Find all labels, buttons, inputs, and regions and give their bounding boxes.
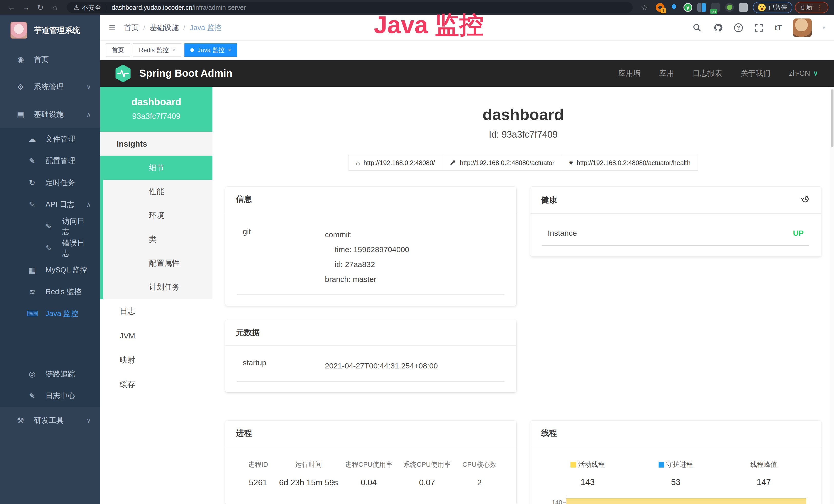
sba-nav-journal[interactable]: 日志报表 xyxy=(693,68,722,78)
history-icon[interactable] xyxy=(800,194,810,206)
browser-update-button[interactable]: 更新 ⋮ xyxy=(795,2,828,13)
sba-menu-jvm[interactable]: JVM xyxy=(100,323,213,348)
sidebar-item-log-center[interactable]: ✎ 日志中心 xyxy=(0,385,100,407)
sidebar-item-label: Redis 监控 xyxy=(45,287,82,297)
browser-back-icon[interactable]: ← xyxy=(6,3,18,12)
extension-icons: 1 y on xyxy=(656,3,748,12)
sba-menu-classes[interactable]: 类 xyxy=(103,228,213,251)
sidebar-item-label: 首页 xyxy=(34,54,49,65)
sba-app-header[interactable]: dashboard 93a3fc7f7409 xyxy=(100,87,213,132)
extension-pin-icon[interactable] xyxy=(670,3,678,12)
infra-submenu: ☁ 文件管理 ✎ 配置管理 ↻ 定时任务 ✎ API 日志 ∧ ✎ 访问日志 ✎ xyxy=(0,128,100,407)
sidebar-item-access-log[interactable]: ✎ 访问日志 xyxy=(0,215,100,237)
address-bar[interactable]: ⚠ 不安全 dashboard.yudao.iocoder.cn/infra/a… xyxy=(67,2,633,13)
extension-leaf-icon[interactable] xyxy=(725,3,734,12)
breadcrumb-home[interactable]: 首页 xyxy=(124,23,139,32)
sidebar-item-config[interactable]: ✎ 配置管理 xyxy=(0,150,100,172)
scrollbar-track[interactable] xyxy=(830,87,834,504)
sba-menu-logs[interactable]: 日志 xyxy=(100,299,213,323)
close-tab-icon[interactable]: × xyxy=(227,46,231,54)
app-logo-block[interactable]: 芋道管理系统 xyxy=(0,15,100,46)
daemon-threads-swatch xyxy=(659,462,664,467)
font-size-icon[interactable]: tT xyxy=(775,23,782,32)
sidebar-item-dev-tools[interactable]: ⚒ 研发工具 ∨ xyxy=(0,407,100,434)
sba-header: Spring Boot Admin 应用墙 应用 日志报表 关于我们 zh-CN… xyxy=(100,60,834,87)
health-url-button[interactable]: ♥ http://192.168.0.2:48080/actuator/heal… xyxy=(562,155,698,171)
profile-paused-button[interactable]: 已暂停 xyxy=(753,2,792,13)
github-icon[interactable] xyxy=(713,23,723,33)
app-logo-image xyxy=(10,22,27,39)
log-center-icon: ✎ xyxy=(27,391,37,400)
sba-menu-metrics[interactable]: 性能 xyxy=(103,180,213,204)
sidebar-item-java-monitor[interactable]: ⌨ Java 监控 xyxy=(0,303,100,324)
spring-boot-admin-logo xyxy=(114,64,132,83)
sba-menu-environment[interactable]: 环境 xyxy=(103,204,213,228)
breadcrumb-separator: / xyxy=(143,24,146,32)
sba-brand-title[interactable]: Spring Boot Admin xyxy=(139,68,233,79)
help-icon[interactable]: ? xyxy=(734,23,743,32)
sidebar-item-files[interactable]: ☁ 文件管理 xyxy=(0,128,100,150)
sidebar-item-infra[interactable]: ▤ 基础设施 ∧ xyxy=(0,101,100,128)
actuator-url-button[interactable]: http://192.168.0.2:48080/actuator xyxy=(442,155,562,171)
browser-forward-icon[interactable]: → xyxy=(20,3,32,12)
tab-java-monitor[interactable]: Java 监控 × xyxy=(184,43,237,57)
sidebar-item-jobs[interactable]: ↻ 定时任务 xyxy=(0,172,100,193)
sba-menu-details[interactable]: 细节 xyxy=(100,156,213,180)
extension-orange-icon[interactable]: 1 xyxy=(656,3,664,12)
sba-menu-mappings[interactable]: 映射 xyxy=(100,348,213,372)
browser-menu-kebab-icon[interactable]: ⋮ xyxy=(816,4,823,12)
extension-grid-icon[interactable] xyxy=(697,3,706,12)
extension-on-icon[interactable]: on xyxy=(711,3,720,12)
live-threads-value: 143 xyxy=(544,477,632,487)
breadcrumb-infra[interactable]: 基础设施 xyxy=(150,23,178,32)
process-card-title: 进程 xyxy=(236,428,252,438)
page-title: dashboard xyxy=(225,105,821,123)
health-status-badge: UP xyxy=(793,229,804,237)
user-avatar[interactable] xyxy=(793,19,812,37)
search-icon[interactable] xyxy=(692,23,702,33)
chevron-up-icon: ∧ xyxy=(86,111,91,118)
service-url-button[interactable]: ⌂ http://192.168.0.2:48080/ xyxy=(349,155,443,171)
sidebar-item-redis[interactable]: ≋ Redis 监控 xyxy=(0,281,100,303)
sba-menu-caches[interactable]: 缓存 xyxy=(100,372,213,397)
sidebar-item-trace[interactable]: ◎ 链路追踪 xyxy=(0,363,100,385)
avatar-caret-down-icon[interactable]: ▾ xyxy=(822,24,825,31)
browser-reload-icon[interactable]: ↻ xyxy=(35,3,46,12)
threads-card: 线程 活动线程 143 守护进程 53 xyxy=(530,420,821,504)
sba-nav-applications[interactable]: 应用 xyxy=(659,68,674,78)
browser-home-icon[interactable]: ⌂ xyxy=(49,3,61,12)
hamburger-icon[interactable]: ≡ xyxy=(109,22,115,33)
bookmark-star-icon[interactable]: ☆ xyxy=(639,3,651,12)
sidebar-item-mysql[interactable]: ▦ MySQL 监控 xyxy=(0,259,100,281)
wrench-icon xyxy=(449,159,456,166)
sidebar-item-system[interactable]: ⚙ 系统管理 ∨ xyxy=(0,73,100,101)
service-url: http://192.168.0.2:48080/ xyxy=(364,159,435,167)
sidebar-item-error-log[interactable]: ✎ 错误日志 xyxy=(0,237,100,259)
process-table: 进程ID5261 运行时间6d 23h 15m 59s 进程CPU使用率0.04… xyxy=(237,450,504,494)
chevron-down-icon: ∨ xyxy=(86,84,91,91)
sba-menu-config-props[interactable]: 配置属性 xyxy=(103,251,213,275)
close-tab-icon[interactable]: × xyxy=(172,46,175,54)
sidebar-item-api-log[interactable]: ✎ API 日志 ∧ xyxy=(0,193,100,215)
paused-label: 已暂停 xyxy=(769,3,787,12)
health-url: http://192.168.0.2:48080/actuator/health xyxy=(577,159,690,167)
security-warning-icon: ⚠ xyxy=(73,4,79,11)
fullscreen-icon[interactable] xyxy=(753,23,764,33)
extension-y-icon[interactable]: y xyxy=(683,3,692,12)
monitor-icon: ⌨ xyxy=(27,309,37,318)
sba-nav-wallboard[interactable]: 应用墙 xyxy=(618,68,641,78)
threads-card-title: 线程 xyxy=(541,428,557,438)
sba-nav-about[interactable]: 关于我们 xyxy=(741,68,771,78)
sba-nav-language[interactable]: zh-CN ∨ xyxy=(789,69,818,77)
extensions-puzzle-icon[interactable] xyxy=(739,3,748,12)
navbar-actions: ? tT ▾ xyxy=(692,19,825,37)
tab-label: Redis 监控 xyxy=(139,46,169,54)
tab-redis-monitor[interactable]: Redis 监控 × xyxy=(133,43,181,57)
access-log-icon: ✎ xyxy=(44,222,54,231)
sidebar-item-home[interactable]: ◉ 首页 xyxy=(0,46,100,73)
database-icon: ▦ xyxy=(27,266,37,274)
sba-menu-scheduled-tasks[interactable]: 计划任务 xyxy=(103,275,213,299)
tab-home[interactable]: 首页 xyxy=(106,43,130,57)
scrollbar-thumb[interactable] xyxy=(831,89,833,147)
security-label[interactable]: 不安全 xyxy=(82,3,101,12)
